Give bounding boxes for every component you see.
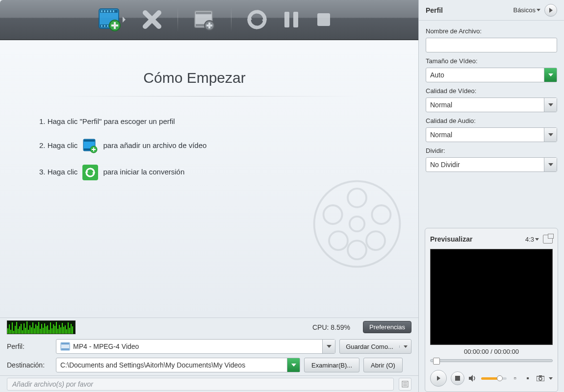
step-1: 1. Haga clic "Perfil" para escoger un pe…: [39, 116, 379, 127]
chevron-down-icon: [544, 128, 557, 142]
svg-rect-55: [539, 375, 542, 377]
split-value: No Dividir: [430, 161, 544, 169]
svg-rect-45: [61, 343, 69, 344]
preview-title: Previsualizar: [430, 235, 521, 243]
stop-button[interactable]: [315, 6, 333, 33]
profile-combo[interactable]: MP4 - MPEG-4 Video: [56, 339, 335, 354]
svg-point-43: [366, 231, 385, 250]
svg-point-39: [348, 241, 366, 259]
svg-rect-6: [110, 10, 111, 12]
apply-profile-button[interactable]: [544, 4, 557, 17]
toolbar-divider: [178, 7, 178, 32]
destination-combo[interactable]: C:\Documents and Settings\Aitorh\My Docu…: [56, 358, 300, 372]
audioquality-select[interactable]: Normal: [426, 127, 557, 142]
step-1-text: 1. Haga clic "Perfil" para escoger un pe…: [39, 116, 175, 127]
preferences-button[interactable]: Preferencias: [363, 321, 411, 333]
add-to-queue-button[interactable]: [193, 6, 216, 33]
videoquality-select[interactable]: Normal: [426, 98, 557, 112]
chevron-down-icon: [287, 358, 300, 372]
videosize-value: Auto: [430, 71, 544, 79]
svg-marker-52: [469, 375, 473, 382]
remove-button[interactable]: [141, 6, 163, 33]
svg-rect-18: [196, 12, 211, 14]
svg-rect-26: [293, 12, 298, 27]
status-text: Añadir archivo(s) por favor: [7, 378, 394, 391]
profile-row: Perfil: MP4 - MPEG-4 Video Guardar Como.…: [7, 339, 411, 354]
chevron-down-icon: [544, 98, 557, 112]
save-as-label: Guardar Como...: [340, 340, 399, 353]
side-title: Perfil: [426, 6, 443, 14]
log-button[interactable]: [399, 378, 411, 391]
svg-rect-51: [455, 376, 460, 381]
time-display: 00:00:00 / 00:00:00: [430, 348, 553, 355]
svg-rect-3: [101, 10, 103, 12]
svg-rect-33: [92, 149, 96, 150]
svg-rect-10: [107, 25, 108, 27]
volume-slider[interactable]: [481, 377, 507, 380]
svg-rect-29: [84, 140, 95, 142]
svg-rect-25: [284, 12, 289, 27]
main-toolbar: [0, 0, 418, 40]
play-button[interactable]: [430, 370, 447, 387]
snapshot-button[interactable]: [536, 374, 545, 383]
aspect-ratio-value: 4:3: [525, 236, 534, 243]
audioquality-value: Normal: [430, 131, 544, 139]
svg-rect-8: [101, 25, 103, 27]
preview-panel: Previsualizar 4:3 00:00:00 / 00:00:00 ▫ …: [425, 228, 558, 392]
svg-rect-22: [206, 24, 212, 26]
save-profile-as-button[interactable]: Guardar Como...: [339, 339, 411, 354]
pause-button[interactable]: [282, 6, 300, 33]
svg-point-40: [324, 205, 342, 224]
chevron-down-icon: [399, 345, 411, 348]
svg-rect-27: [317, 13, 330, 26]
stop-preview-button[interactable]: [451, 371, 464, 385]
cpu-usage-text: CPU: 8.59%: [312, 323, 350, 331]
svg-point-42: [329, 231, 348, 250]
seek-slider[interactable]: [430, 359, 553, 365]
chevron-down-icon: [544, 68, 557, 82]
svg-rect-15: [111, 24, 118, 26]
svg-point-37: [350, 217, 364, 231]
step-3-text-a: 3. Haga clic: [39, 167, 77, 178]
filename-label: Nombre de Archivo:: [426, 27, 557, 35]
aspect-ratio-dropdown[interactable]: 4:3: [525, 236, 539, 243]
destination-label: Destinación:: [7, 361, 52, 369]
mark-in-button[interactable]: ▫: [511, 374, 519, 383]
add-video-button[interactable]: [98, 6, 127, 33]
profile-value: MP4 - MPEG-4 Video: [73, 343, 322, 350]
open-button[interactable]: Abrir (O): [363, 358, 403, 372]
profile-mode-dropdown[interactable]: Básicos: [513, 6, 540, 14]
videoquality-label: Calidad de Vídeo:: [426, 87, 557, 95]
videosize-label: Tamaño de Vídeo:: [426, 57, 557, 65]
svg-rect-7: [113, 10, 114, 12]
split-label: Dividir:: [426, 147, 557, 154]
svg-point-38: [348, 189, 366, 207]
svg-rect-5: [107, 10, 108, 12]
step-2-text-b: para añadir un archivo de vídeo: [103, 140, 206, 151]
svg-rect-1: [100, 10, 118, 13]
profile-mode-label: Básicos: [513, 6, 536, 14]
filename-input[interactable]: [426, 38, 557, 52]
convert-button[interactable]: [246, 6, 268, 33]
videosize-select[interactable]: Auto: [426, 68, 557, 82]
svg-point-54: [539, 377, 542, 380]
destination-row: Destinación: C:\Documents and Settings\A…: [7, 358, 411, 372]
video-preview: [430, 249, 553, 345]
svg-rect-4: [104, 10, 105, 12]
svg-rect-9: [104, 25, 105, 27]
chevron-down-icon: [544, 158, 557, 172]
snapshot-menu-icon[interactable]: [549, 377, 553, 380]
chevron-down-icon: [322, 340, 335, 353]
toolbar-divider: [231, 7, 231, 32]
split-select[interactable]: No Dividir: [426, 157, 557, 172]
film-reel-watermark: [310, 177, 404, 270]
profile-label: Perfil:: [7, 343, 52, 350]
mark-out-button[interactable]: ▪: [523, 374, 532, 383]
status-bar: Añadir archivo(s) por favor: [0, 375, 418, 392]
step-2: 2. Haga clic para añadir un archivo de v…: [39, 138, 379, 154]
popout-icon[interactable]: [543, 235, 553, 244]
audioquality-label: Calidad de Audio:: [426, 117, 557, 124]
step-2-text-a: 2. Haga clic: [39, 140, 77, 151]
browse-button[interactable]: Examinar(B)...: [304, 358, 359, 372]
volume-icon[interactable]: [468, 374, 477, 383]
